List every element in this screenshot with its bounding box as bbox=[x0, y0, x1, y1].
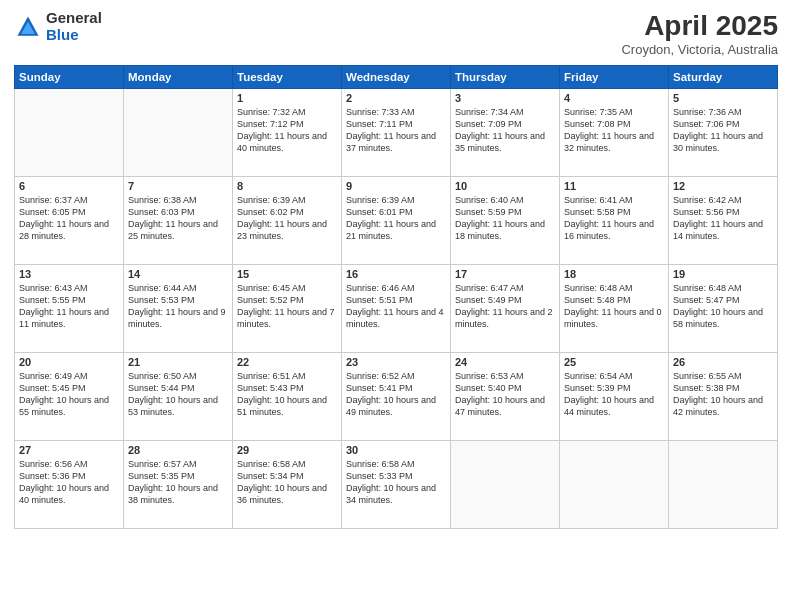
week-row-3: 20Sunrise: 6:49 AM Sunset: 5:45 PM Dayli… bbox=[15, 353, 778, 441]
day-number: 14 bbox=[128, 268, 228, 280]
day-info: Sunrise: 6:54 AM Sunset: 5:39 PM Dayligh… bbox=[564, 370, 664, 419]
week-row-2: 13Sunrise: 6:43 AM Sunset: 5:55 PM Dayli… bbox=[15, 265, 778, 353]
day-info: Sunrise: 6:37 AM Sunset: 6:05 PM Dayligh… bbox=[19, 194, 119, 243]
calendar-cell bbox=[560, 441, 669, 529]
calendar-cell bbox=[451, 441, 560, 529]
calendar-cell: 3Sunrise: 7:34 AM Sunset: 7:09 PM Daylig… bbox=[451, 89, 560, 177]
weekday-header-row: Sunday Monday Tuesday Wednesday Thursday… bbox=[15, 66, 778, 89]
day-info: Sunrise: 6:39 AM Sunset: 6:02 PM Dayligh… bbox=[237, 194, 337, 243]
calendar-cell: 20Sunrise: 6:49 AM Sunset: 5:45 PM Dayli… bbox=[15, 353, 124, 441]
day-number: 22 bbox=[237, 356, 337, 368]
day-number: 16 bbox=[346, 268, 446, 280]
day-info: Sunrise: 6:56 AM Sunset: 5:36 PM Dayligh… bbox=[19, 458, 119, 507]
day-number: 29 bbox=[237, 444, 337, 456]
header-thursday: Thursday bbox=[451, 66, 560, 89]
calendar-cell: 8Sunrise: 6:39 AM Sunset: 6:02 PM Daylig… bbox=[233, 177, 342, 265]
day-info: Sunrise: 6:44 AM Sunset: 5:53 PM Dayligh… bbox=[128, 282, 228, 331]
day-number: 27 bbox=[19, 444, 119, 456]
day-info: Sunrise: 6:42 AM Sunset: 5:56 PM Dayligh… bbox=[673, 194, 773, 243]
calendar-cell: 29Sunrise: 6:58 AM Sunset: 5:34 PM Dayli… bbox=[233, 441, 342, 529]
day-number: 23 bbox=[346, 356, 446, 368]
calendar-table: Sunday Monday Tuesday Wednesday Thursday… bbox=[14, 65, 778, 529]
day-info: Sunrise: 6:45 AM Sunset: 5:52 PM Dayligh… bbox=[237, 282, 337, 331]
day-info: Sunrise: 6:58 AM Sunset: 5:33 PM Dayligh… bbox=[346, 458, 446, 507]
header-saturday: Saturday bbox=[669, 66, 778, 89]
day-info: Sunrise: 6:46 AM Sunset: 5:51 PM Dayligh… bbox=[346, 282, 446, 331]
header: General Blue April 2025 Croydon, Victori… bbox=[14, 10, 778, 57]
calendar-cell: 30Sunrise: 6:58 AM Sunset: 5:33 PM Dayli… bbox=[342, 441, 451, 529]
day-number: 20 bbox=[19, 356, 119, 368]
day-info: Sunrise: 7:33 AM Sunset: 7:11 PM Dayligh… bbox=[346, 106, 446, 155]
day-info: Sunrise: 7:36 AM Sunset: 7:06 PM Dayligh… bbox=[673, 106, 773, 155]
calendar-cell: 19Sunrise: 6:48 AM Sunset: 5:47 PM Dayli… bbox=[669, 265, 778, 353]
day-info: Sunrise: 6:47 AM Sunset: 5:49 PM Dayligh… bbox=[455, 282, 555, 331]
day-number: 2 bbox=[346, 92, 446, 104]
calendar-cell: 9Sunrise: 6:39 AM Sunset: 6:01 PM Daylig… bbox=[342, 177, 451, 265]
day-number: 26 bbox=[673, 356, 773, 368]
week-row-1: 6Sunrise: 6:37 AM Sunset: 6:05 PM Daylig… bbox=[15, 177, 778, 265]
calendar-cell: 22Sunrise: 6:51 AM Sunset: 5:43 PM Dayli… bbox=[233, 353, 342, 441]
calendar-cell: 1Sunrise: 7:32 AM Sunset: 7:12 PM Daylig… bbox=[233, 89, 342, 177]
day-number: 24 bbox=[455, 356, 555, 368]
page: General Blue April 2025 Croydon, Victori… bbox=[0, 0, 792, 612]
logo-general-text: General bbox=[46, 10, 102, 27]
day-number: 3 bbox=[455, 92, 555, 104]
day-info: Sunrise: 6:49 AM Sunset: 5:45 PM Dayligh… bbox=[19, 370, 119, 419]
day-number: 17 bbox=[455, 268, 555, 280]
calendar-cell: 21Sunrise: 6:50 AM Sunset: 5:44 PM Dayli… bbox=[124, 353, 233, 441]
day-number: 30 bbox=[346, 444, 446, 456]
week-row-4: 27Sunrise: 6:56 AM Sunset: 5:36 PM Dayli… bbox=[15, 441, 778, 529]
header-wednesday: Wednesday bbox=[342, 66, 451, 89]
day-info: Sunrise: 6:38 AM Sunset: 6:03 PM Dayligh… bbox=[128, 194, 228, 243]
calendar-cell: 14Sunrise: 6:44 AM Sunset: 5:53 PM Dayli… bbox=[124, 265, 233, 353]
logo-icon bbox=[14, 13, 42, 41]
day-info: Sunrise: 6:50 AM Sunset: 5:44 PM Dayligh… bbox=[128, 370, 228, 419]
calendar-cell: 27Sunrise: 6:56 AM Sunset: 5:36 PM Dayli… bbox=[15, 441, 124, 529]
day-number: 4 bbox=[564, 92, 664, 104]
calendar-cell: 7Sunrise: 6:38 AM Sunset: 6:03 PM Daylig… bbox=[124, 177, 233, 265]
day-number: 18 bbox=[564, 268, 664, 280]
calendar-cell: 17Sunrise: 6:47 AM Sunset: 5:49 PM Dayli… bbox=[451, 265, 560, 353]
title-location: Croydon, Victoria, Australia bbox=[621, 42, 778, 57]
calendar-cell: 2Sunrise: 7:33 AM Sunset: 7:11 PM Daylig… bbox=[342, 89, 451, 177]
day-number: 28 bbox=[128, 444, 228, 456]
day-info: Sunrise: 6:55 AM Sunset: 5:38 PM Dayligh… bbox=[673, 370, 773, 419]
day-number: 25 bbox=[564, 356, 664, 368]
day-number: 11 bbox=[564, 180, 664, 192]
day-number: 1 bbox=[237, 92, 337, 104]
header-sunday: Sunday bbox=[15, 66, 124, 89]
calendar-cell: 25Sunrise: 6:54 AM Sunset: 5:39 PM Dayli… bbox=[560, 353, 669, 441]
day-info: Sunrise: 6:40 AM Sunset: 5:59 PM Dayligh… bbox=[455, 194, 555, 243]
day-number: 12 bbox=[673, 180, 773, 192]
header-tuesday: Tuesday bbox=[233, 66, 342, 89]
title-block: April 2025 Croydon, Victoria, Australia bbox=[621, 10, 778, 57]
day-number: 8 bbox=[237, 180, 337, 192]
day-info: Sunrise: 7:34 AM Sunset: 7:09 PM Dayligh… bbox=[455, 106, 555, 155]
day-info: Sunrise: 6:57 AM Sunset: 5:35 PM Dayligh… bbox=[128, 458, 228, 507]
logo-blue-text: Blue bbox=[46, 27, 102, 44]
calendar-cell: 15Sunrise: 6:45 AM Sunset: 5:52 PM Dayli… bbox=[233, 265, 342, 353]
day-number: 9 bbox=[346, 180, 446, 192]
day-number: 6 bbox=[19, 180, 119, 192]
day-info: Sunrise: 6:43 AM Sunset: 5:55 PM Dayligh… bbox=[19, 282, 119, 331]
calendar-cell: 5Sunrise: 7:36 AM Sunset: 7:06 PM Daylig… bbox=[669, 89, 778, 177]
calendar-cell bbox=[124, 89, 233, 177]
day-info: Sunrise: 6:58 AM Sunset: 5:34 PM Dayligh… bbox=[237, 458, 337, 507]
calendar-cell: 13Sunrise: 6:43 AM Sunset: 5:55 PM Dayli… bbox=[15, 265, 124, 353]
day-info: Sunrise: 6:48 AM Sunset: 5:47 PM Dayligh… bbox=[673, 282, 773, 331]
calendar-cell bbox=[669, 441, 778, 529]
calendar-cell: 28Sunrise: 6:57 AM Sunset: 5:35 PM Dayli… bbox=[124, 441, 233, 529]
calendar-cell: 10Sunrise: 6:40 AM Sunset: 5:59 PM Dayli… bbox=[451, 177, 560, 265]
calendar-cell: 18Sunrise: 6:48 AM Sunset: 5:48 PM Dayli… bbox=[560, 265, 669, 353]
week-row-0: 1Sunrise: 7:32 AM Sunset: 7:12 PM Daylig… bbox=[15, 89, 778, 177]
day-number: 10 bbox=[455, 180, 555, 192]
calendar-cell: 23Sunrise: 6:52 AM Sunset: 5:41 PM Dayli… bbox=[342, 353, 451, 441]
header-monday: Monday bbox=[124, 66, 233, 89]
logo: General Blue bbox=[14, 10, 102, 43]
logo-text: General Blue bbox=[46, 10, 102, 43]
calendar-cell: 6Sunrise: 6:37 AM Sunset: 6:05 PM Daylig… bbox=[15, 177, 124, 265]
day-number: 13 bbox=[19, 268, 119, 280]
day-number: 15 bbox=[237, 268, 337, 280]
calendar-cell: 26Sunrise: 6:55 AM Sunset: 5:38 PM Dayli… bbox=[669, 353, 778, 441]
day-info: Sunrise: 6:48 AM Sunset: 5:48 PM Dayligh… bbox=[564, 282, 664, 331]
